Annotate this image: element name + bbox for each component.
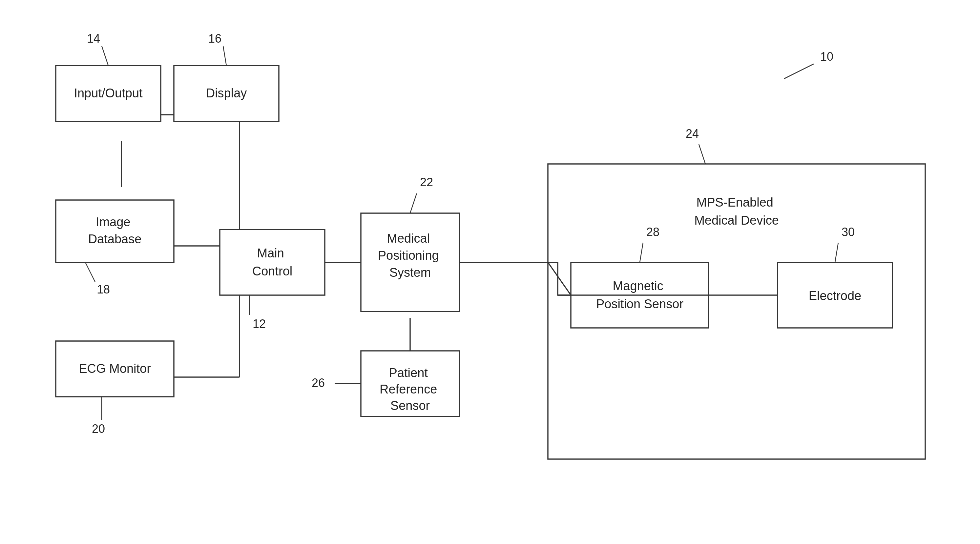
- ref-20-label: 20: [92, 422, 105, 435]
- svg-line-8: [784, 64, 814, 79]
- electrode-label: Electrode: [809, 289, 862, 303]
- display-label: Display: [206, 86, 247, 100]
- image-database-box: [56, 200, 174, 262]
- svg-line-16: [699, 144, 705, 164]
- ref-16-label: 16: [208, 32, 221, 45]
- ref-10-label: 10: [820, 50, 834, 63]
- ref-22-label: 22: [420, 175, 433, 189]
- ref-18-label: 18: [97, 283, 110, 296]
- ecg-monitor-label: ECG Monitor: [79, 362, 151, 376]
- ref-30-label: 30: [842, 225, 855, 239]
- svg-line-14: [410, 193, 417, 213]
- ref-14-label: 14: [87, 32, 100, 45]
- diagram-container: 10 Input/Output 14 Display 16 Image Data…: [0, 0, 980, 544]
- ref-12-label: 12: [253, 317, 266, 330]
- ref-28-label: 28: [646, 225, 659, 239]
- ref-26-label: 26: [312, 376, 325, 390]
- input-output-label: Input/Output: [74, 86, 143, 100]
- svg-line-11: [85, 262, 95, 282]
- svg-line-9: [102, 46, 108, 66]
- main-control-box: [220, 230, 325, 295]
- svg-line-10: [223, 46, 226, 66]
- ref-24-label: 24: [686, 127, 699, 140]
